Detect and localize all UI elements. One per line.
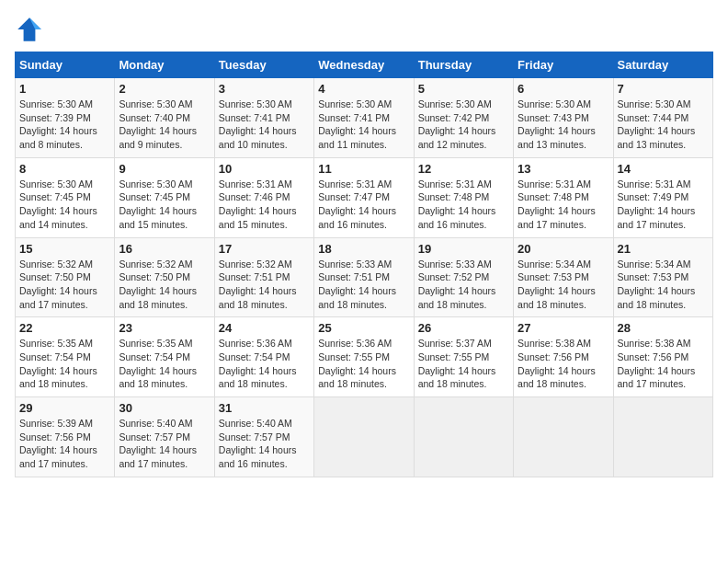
calendar-cell: 6Sunrise: 5:30 AM Sunset: 7:43 PM Daylig… [514, 78, 613, 158]
day-info: Sunrise: 5:40 AM Sunset: 7:57 PM Dayligh… [119, 417, 210, 471]
calendar-cell: 25Sunrise: 5:36 AM Sunset: 7:55 PM Dayli… [314, 317, 414, 397]
day-number: 29 [19, 401, 110, 415]
calendar-week-5: 29Sunrise: 5:39 AM Sunset: 7:56 PM Dayli… [16, 397, 713, 477]
day-number: 7 [618, 82, 709, 96]
day-info: Sunrise: 5:31 AM Sunset: 7:49 PM Dayligh… [618, 178, 709, 232]
day-info: Sunrise: 5:36 AM Sunset: 7:54 PM Dayligh… [219, 337, 310, 391]
day-header-wednesday: Wednesday [314, 52, 414, 78]
day-number: 23 [119, 321, 210, 335]
calendar-cell: 29Sunrise: 5:39 AM Sunset: 7:56 PM Dayli… [16, 397, 115, 477]
calendar-cell: 5Sunrise: 5:30 AM Sunset: 7:42 PM Daylig… [414, 78, 513, 158]
day-number: 11 [318, 162, 409, 176]
calendar-cell: 17Sunrise: 5:32 AM Sunset: 7:51 PM Dayli… [214, 237, 313, 317]
day-info: Sunrise: 5:37 AM Sunset: 7:55 PM Dayligh… [418, 337, 509, 391]
day-header-sunday: Sunday [16, 52, 115, 78]
day-number: 8 [19, 162, 110, 176]
day-number: 24 [219, 321, 310, 335]
day-info: Sunrise: 5:30 AM Sunset: 7:39 PM Dayligh… [19, 98, 110, 152]
day-info: Sunrise: 5:34 AM Sunset: 7:53 PM Dayligh… [618, 258, 709, 312]
calendar-cell: 14Sunrise: 5:31 AM Sunset: 7:49 PM Dayli… [613, 157, 712, 237]
day-number: 2 [119, 82, 210, 96]
day-number: 13 [518, 162, 609, 176]
day-info: Sunrise: 5:35 AM Sunset: 7:54 PM Dayligh… [119, 337, 210, 391]
day-info: Sunrise: 5:38 AM Sunset: 7:56 PM Dayligh… [518, 337, 609, 391]
calendar-cell: 1Sunrise: 5:30 AM Sunset: 7:39 PM Daylig… [16, 78, 115, 158]
day-number: 28 [618, 321, 709, 335]
day-info: Sunrise: 5:33 AM Sunset: 7:52 PM Dayligh… [418, 258, 509, 312]
calendar-cell: 8Sunrise: 5:30 AM Sunset: 7:45 PM Daylig… [16, 157, 115, 237]
day-number: 22 [19, 321, 110, 335]
day-number: 12 [418, 162, 509, 176]
day-number: 19 [418, 242, 509, 256]
calendar-table: SundayMondayTuesdayWednesdayThursdayFrid… [15, 52, 713, 477]
day-number: 3 [219, 82, 310, 96]
day-info: Sunrise: 5:30 AM Sunset: 7:42 PM Dayligh… [418, 98, 509, 152]
days-header-row: SundayMondayTuesdayWednesdayThursdayFrid… [16, 52, 713, 78]
day-info: Sunrise: 5:30 AM Sunset: 7:43 PM Dayligh… [518, 98, 609, 152]
calendar-cell: 30Sunrise: 5:40 AM Sunset: 7:57 PM Dayli… [115, 397, 214, 477]
calendar-cell: 23Sunrise: 5:35 AM Sunset: 7:54 PM Dayli… [115, 317, 214, 397]
day-header-tuesday: Tuesday [214, 52, 313, 78]
day-number: 18 [318, 242, 409, 256]
logo [15, 15, 48, 44]
calendar-cell: 4Sunrise: 5:30 AM Sunset: 7:41 PM Daylig… [314, 78, 414, 158]
day-info: Sunrise: 5:33 AM Sunset: 7:51 PM Dayligh… [318, 258, 409, 312]
day-number: 20 [518, 242, 609, 256]
day-info: Sunrise: 5:30 AM Sunset: 7:41 PM Dayligh… [219, 98, 310, 152]
page-header [15, 15, 713, 44]
day-number: 14 [618, 162, 709, 176]
calendar-cell: 21Sunrise: 5:34 AM Sunset: 7:53 PM Dayli… [613, 237, 712, 317]
day-number: 16 [119, 242, 210, 256]
day-info: Sunrise: 5:32 AM Sunset: 7:50 PM Dayligh… [19, 258, 110, 312]
calendar-cell: 7Sunrise: 5:30 AM Sunset: 7:44 PM Daylig… [613, 78, 712, 158]
day-number: 6 [518, 82, 609, 96]
day-number: 27 [518, 321, 609, 335]
logo-icon [15, 15, 44, 44]
calendar-cell: 31Sunrise: 5:40 AM Sunset: 7:57 PM Dayli… [214, 397, 313, 477]
day-number: 21 [618, 242, 709, 256]
day-info: Sunrise: 5:31 AM Sunset: 7:47 PM Dayligh… [318, 178, 409, 232]
day-header-monday: Monday [115, 52, 214, 78]
day-number: 15 [19, 242, 110, 256]
day-header-thursday: Thursday [414, 52, 513, 78]
calendar-cell: 15Sunrise: 5:32 AM Sunset: 7:50 PM Dayli… [16, 237, 115, 317]
day-number: 4 [318, 82, 409, 96]
day-info: Sunrise: 5:35 AM Sunset: 7:54 PM Dayligh… [19, 337, 110, 391]
calendar-cell: 2Sunrise: 5:30 AM Sunset: 7:40 PM Daylig… [115, 78, 214, 158]
day-info: Sunrise: 5:40 AM Sunset: 7:57 PM Dayligh… [219, 417, 310, 471]
day-info: Sunrise: 5:30 AM Sunset: 7:45 PM Dayligh… [19, 178, 110, 232]
day-number: 5 [418, 82, 509, 96]
day-info: Sunrise: 5:31 AM Sunset: 7:46 PM Dayligh… [219, 178, 310, 232]
calendar-week-2: 8Sunrise: 5:30 AM Sunset: 7:45 PM Daylig… [16, 157, 713, 237]
day-header-saturday: Saturday [613, 52, 712, 78]
calendar-cell: 10Sunrise: 5:31 AM Sunset: 7:46 PM Dayli… [214, 157, 313, 237]
day-info: Sunrise: 5:34 AM Sunset: 7:53 PM Dayligh… [518, 258, 609, 312]
day-info: Sunrise: 5:31 AM Sunset: 7:48 PM Dayligh… [418, 178, 509, 232]
calendar-cell: 3Sunrise: 5:30 AM Sunset: 7:41 PM Daylig… [214, 78, 313, 158]
day-info: Sunrise: 5:30 AM Sunset: 7:41 PM Dayligh… [318, 98, 409, 152]
calendar-cell: 28Sunrise: 5:38 AM Sunset: 7:56 PM Dayli… [613, 317, 712, 397]
day-number: 9 [119, 162, 210, 176]
calendar-cell: 20Sunrise: 5:34 AM Sunset: 7:53 PM Dayli… [514, 237, 613, 317]
day-info: Sunrise: 5:39 AM Sunset: 7:56 PM Dayligh… [19, 417, 110, 471]
calendar-cell: 9Sunrise: 5:30 AM Sunset: 7:45 PM Daylig… [115, 157, 214, 237]
day-info: Sunrise: 5:30 AM Sunset: 7:45 PM Dayligh… [119, 178, 210, 232]
calendar-cell: 18Sunrise: 5:33 AM Sunset: 7:51 PM Dayli… [314, 237, 414, 317]
calendar-cell: 27Sunrise: 5:38 AM Sunset: 7:56 PM Dayli… [514, 317, 613, 397]
calendar-cell: 19Sunrise: 5:33 AM Sunset: 7:52 PM Dayli… [414, 237, 513, 317]
day-number: 30 [119, 401, 210, 415]
calendar-cell: 12Sunrise: 5:31 AM Sunset: 7:48 PM Dayli… [414, 157, 513, 237]
calendar-cell: 22Sunrise: 5:35 AM Sunset: 7:54 PM Dayli… [16, 317, 115, 397]
day-info: Sunrise: 5:31 AM Sunset: 7:48 PM Dayligh… [518, 178, 609, 232]
calendar-week-1: 1Sunrise: 5:30 AM Sunset: 7:39 PM Daylig… [16, 78, 713, 158]
calendar-cell [514, 397, 613, 477]
day-number: 1 [19, 82, 110, 96]
day-info: Sunrise: 5:30 AM Sunset: 7:44 PM Dayligh… [618, 98, 709, 152]
calendar-cell: 16Sunrise: 5:32 AM Sunset: 7:50 PM Dayli… [115, 237, 214, 317]
day-info: Sunrise: 5:30 AM Sunset: 7:40 PM Dayligh… [119, 98, 210, 152]
calendar-cell [314, 397, 414, 477]
day-number: 26 [418, 321, 509, 335]
calendar-cell: 11Sunrise: 5:31 AM Sunset: 7:47 PM Dayli… [314, 157, 414, 237]
calendar-week-4: 22Sunrise: 5:35 AM Sunset: 7:54 PM Dayli… [16, 317, 713, 397]
day-info: Sunrise: 5:36 AM Sunset: 7:55 PM Dayligh… [318, 337, 409, 391]
